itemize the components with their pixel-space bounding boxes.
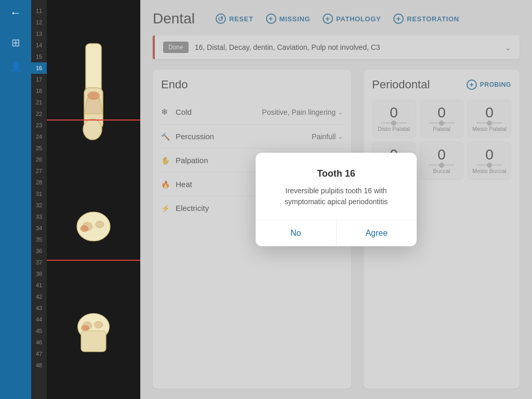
tooth-number-12[interactable]: 12: [31, 17, 47, 28]
dialog-agree-button[interactable]: Agree: [337, 220, 417, 246]
tooth-top-svg: [73, 41, 114, 145]
tooth-number-31[interactable]: 31: [31, 188, 47, 200]
grid-icon[interactable]: ⊞: [11, 36, 20, 49]
tooth-image-area: [47, 0, 140, 399]
tooth-number-22[interactable]: 22: [31, 108, 47, 119]
tooth-number-16[interactable]: 16: [31, 62, 47, 74]
svg-rect-10: [81, 331, 106, 352]
tooth-number-25[interactable]: 25: [31, 142, 47, 154]
svg-point-7: [96, 221, 104, 228]
tooth-number-48[interactable]: 48: [31, 360, 47, 371]
tooth-number-46[interactable]: 46: [31, 337, 47, 348]
tooth-number-27[interactable]: 27: [31, 165, 47, 177]
main-content: Dental ↺ RESET + MISSING + PATHOLOGY + R…: [140, 0, 532, 399]
tooth-number-23[interactable]: 23: [31, 119, 47, 131]
dialog-buttons: No Agree: [256, 220, 417, 246]
tooth-number-34[interactable]: 34: [31, 222, 47, 234]
tooth-number-24[interactable]: 24: [31, 131, 47, 142]
tooth-number-43[interactable]: 43: [31, 302, 47, 314]
tooth-number-42[interactable]: 42: [31, 291, 47, 302]
dialog-body: Ireversible pulpitis tooth 16 with sympt…: [276, 185, 396, 207]
svg-marker-3: [84, 98, 103, 114]
tooth-middle-svg: [73, 206, 114, 247]
tooth-number-28[interactable]: 28: [31, 177, 47, 188]
red-line-top: [47, 119, 140, 121]
svg-point-13: [81, 325, 89, 331]
tooth-number-45[interactable]: 45: [31, 325, 47, 337]
back-button[interactable]: ←: [10, 6, 21, 20]
tooth-number-36[interactable]: 36: [31, 245, 47, 257]
tooth-number-47[interactable]: 47: [31, 348, 47, 360]
tooth-number-44[interactable]: 44: [31, 314, 47, 325]
modal-overlay: Tooth 16 Ireversible pulpitis tooth 16 w…: [140, 0, 532, 399]
tooth-bottom-svg: [73, 308, 114, 358]
svg-point-2: [83, 119, 102, 140]
tooth-number-33[interactable]: 33: [31, 211, 47, 222]
tooth-number-32[interactable]: 32: [31, 200, 47, 211]
tooth-number-21[interactable]: 21: [31, 97, 47, 108]
tooth-number-26[interactable]: 26: [31, 154, 47, 165]
svg-point-8: [80, 225, 88, 232]
tooth-number-17[interactable]: 17: [31, 74, 47, 85]
tooth-number-37[interactable]: 37: [31, 257, 47, 268]
svg-point-12: [95, 322, 103, 328]
svg-point-4: [87, 91, 100, 100]
person-icon[interactable]: 👤: [10, 61, 21, 72]
sidebar: ← ⊞ 👤: [0, 0, 31, 399]
tooth-number-14[interactable]: 14: [31, 39, 47, 51]
tooth-number-13[interactable]: 13: [31, 28, 47, 39]
tooth-number-column: 1112131415161718212223242526272831323334…: [31, 0, 47, 399]
tooth-number-15[interactable]: 15: [31, 51, 47, 62]
tooth-canvas: [47, 0, 140, 399]
dialog-title: Tooth 16: [276, 168, 396, 179]
tooth-number-35[interactable]: 35: [31, 234, 47, 245]
tooth-number-38[interactable]: 38: [31, 268, 47, 280]
tooth-number-18[interactable]: 18: [31, 85, 47, 97]
dialog-no-button[interactable]: No: [256, 220, 337, 246]
tooth-number-41[interactable]: 41: [31, 280, 47, 291]
dialog: Tooth 16 Ireversible pulpitis tooth 16 w…: [256, 153, 417, 246]
red-line-bottom: [47, 260, 140, 261]
tooth-number-11[interactable]: 11: [31, 5, 47, 17]
